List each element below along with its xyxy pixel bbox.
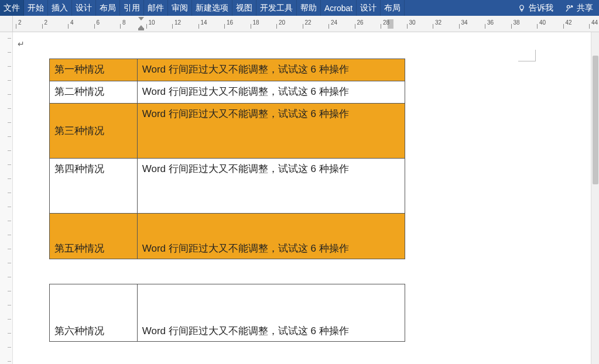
ruler-tick: 44 [589,16,590,32]
tab-tabledesign[interactable]: 设计 [357,0,381,16]
ruler-tick: 4 [68,16,69,32]
table-cell[interactable]: Word 行间距过大又不能调整，试试这 6 种操作 [137,104,405,159]
vruler-tick [8,122,11,123]
table-cell[interactable]: 第三种情况 [50,104,138,159]
ruler-tick: 36 [485,16,485,32]
tab-home[interactable]: 开始 [24,0,48,16]
svg-point-0 [567,5,570,8]
ruler-tick: 26 [355,16,355,32]
ruler-tick: 40 [537,16,538,32]
ruler-tick: 10 [146,16,147,32]
ruler-tick: 24 [328,16,329,32]
vruler-tick [8,52,11,53]
ruler-corner [0,16,13,32]
vruler-tick [8,305,11,305]
vruler-tick [8,291,11,291]
vruler-tick [8,235,11,235]
table-cell[interactable]: Word 行间距过大又不能调整，试试这 6 种操作 [137,214,405,259]
table-cell[interactable]: Word 行间距过大又不能调整，试试这 6 种操作 [137,81,405,104]
tab-acrobat[interactable]: Acrobat [321,0,357,16]
ruler-tick: 22 [303,16,303,32]
tab-tablelayout[interactable]: 布局 [381,0,405,16]
table-cell[interactable]: Word 行间距过大又不能调整，试试这 6 种操作 [137,284,405,342]
table-row[interactable]: 第三种情况 Word 行间距过大又不能调整，试试这 6 种操作 [50,104,405,159]
tab-mailings[interactable]: 邮件 [144,0,168,16]
page-canvas[interactable]: ↵ 第一种情况 Word 行间距过大又不能调整，试试这 6 种操作 第二种情况 … [13,32,599,364]
table-row[interactable]: 第六种情况 Word 行间距过大又不能调整，试试这 6 种操作 [50,284,405,342]
vruler-tick [8,164,11,165]
content-table-2[interactable]: 第六种情况 Word 行间距过大又不能调整，试试这 6 种操作 [49,284,405,342]
vruler-tick [8,150,11,151]
ruler-tick: 34 [459,16,460,32]
tell-me-label: 告诉我 [529,3,553,13]
vruler-tick [8,94,11,95]
ruler-tick: 2 [42,16,43,32]
ruler-tick: 30 [407,16,408,32]
table-cell[interactable]: Word 行间距过大又不能调整，试试这 6 种操作 [137,59,405,81]
table-row[interactable]: 第五种情况 Word 行间距过大又不能调整，试试这 6 种操作 [50,214,405,259]
tab-layout[interactable]: 布局 [96,0,120,16]
vruler-tick [8,333,11,334]
vertical-scrollbar[interactable] [591,32,599,364]
ruler-tick: 18 [251,16,251,32]
horizontal-ruler[interactable]: 2246810121416182022242628303234363840424… [0,16,599,32]
vruler-tick [8,361,11,362]
share-icon [565,4,574,13]
table-cell[interactable]: Word 行间距过大又不能调整，试试这 6 种操作 [137,159,405,214]
vruler-tick [8,136,11,137]
table-row[interactable]: 第一种情况 Word 行间距过大又不能调整，试试这 6 种操作 [50,59,405,81]
vruler-tick [8,249,11,249]
document-area: ↵ 第一种情况 Word 行间距过大又不能调整，试试这 6 种操作 第二种情况 … [0,32,599,364]
vruler-tick [8,193,11,193]
scrollbar-thumb[interactable] [593,56,598,184]
vertical-ruler[interactable] [0,32,13,364]
tab-newtab[interactable]: 新建选项 [192,0,232,16]
ruler-tick: 6 [94,16,95,32]
tab-developer[interactable]: 开发工具 [256,0,297,16]
table-cell[interactable]: 第五种情况 [50,214,138,259]
ruler-tick: 20 [276,16,277,32]
tab-insert[interactable]: 插入 [48,0,72,16]
tab-view[interactable]: 视图 [232,0,256,16]
vruler-tick [8,347,11,348]
vruler-tick [8,108,11,109]
vruler-tick [8,38,11,39]
vruler-tick [8,277,11,277]
vruler-tick [8,221,11,221]
tab-references[interactable]: 引用 [120,0,144,16]
tab-design[interactable]: 设计 [72,0,96,16]
left-indent-marker[interactable] [138,25,144,29]
table-row[interactable]: 第四种情况 Word 行间距过大又不能调整，试试这 6 种操作 [50,159,405,214]
content-table-1[interactable]: 第一种情况 Word 行间距过大又不能调整，试试这 6 种操作 第二种情况 Wo… [49,59,405,259]
table-cell[interactable]: 第二种情况 [50,81,138,104]
first-line-indent-marker[interactable] [138,17,144,20]
ruler-tick: 38 [511,16,512,32]
ruler-tick: 16 [224,16,225,32]
vruler-tick [8,66,11,67]
table-cell[interactable]: 第一种情况 [50,59,138,81]
tab-file[interactable]: 文件 [0,0,24,16]
vruler-tick [8,80,11,81]
table-row[interactable]: 第二种情况 Word 行间距过大又不能调整，试试这 6 种操作 [50,81,405,104]
ruler-tick: 2 [16,16,16,32]
table-cell[interactable]: 第四种情况 [50,159,138,214]
page-corner-marker [518,50,536,61]
tab-help[interactable]: 帮助 [297,0,321,16]
ruler-tick: 14 [198,16,199,32]
share-button[interactable]: 共享 [559,0,599,16]
vruler-tick [8,319,11,320]
vruler-tick [8,263,11,263]
ruler-tick: 12 [172,16,173,32]
share-label: 共享 [577,3,593,13]
ruler-tick: 8 [120,16,121,32]
ruler-tick: 32 [433,16,433,32]
ruler-tick: 28 [381,16,381,32]
paragraph-mark-icon: ↵ [18,39,25,49]
tell-me-button[interactable]: 告诉我 [511,0,559,16]
vruler-tick [8,207,11,207]
ribbon-tabs: 文件 开始 插入 设计 布局 引用 邮件 审阅 新建选项 视图 开发工具 帮助 … [0,0,599,16]
tab-review[interactable]: 审阅 [168,0,192,16]
ruler-tick: 42 [563,16,564,32]
table-cell[interactable]: 第六种情况 [50,284,138,342]
lightbulb-icon [517,4,526,13]
